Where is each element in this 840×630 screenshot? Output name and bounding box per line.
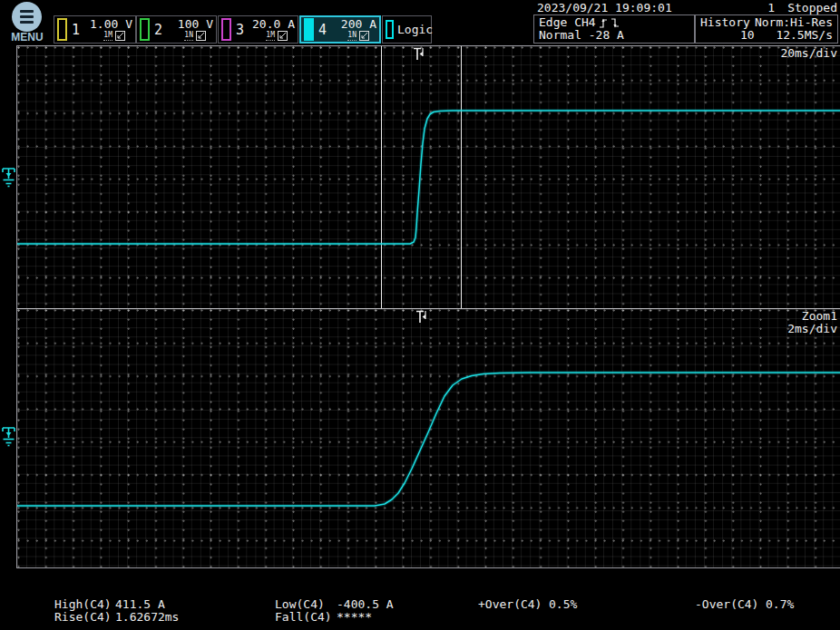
probe-icon	[278, 31, 288, 41]
logic-box[interactable]: Logic	[382, 15, 432, 44]
channel-4-coupling: 1N	[347, 31, 357, 41]
channel-4-number: 4	[318, 22, 327, 38]
trigger-settings-box[interactable]: Edge CH4 Normal -28 A	[533, 15, 695, 44]
channel-3-box[interactable]: 3 20.0 A 1M	[218, 15, 298, 44]
measurement-label: Fall(C4)	[275, 610, 332, 624]
main-timebase-label: 20ms/div	[780, 47, 837, 60]
measurement-label: High(C4)	[54, 597, 112, 611]
channel-1-coupling: 1M	[103, 31, 112, 41]
run-state: Stopped	[787, 2, 837, 15]
zoom-waveform-window: Zoom1 2ms/div	[16, 308, 840, 568]
measurement-label: +Over(C4)	[478, 597, 542, 611]
measurement-label: Rise(C4)	[54, 610, 112, 624]
measurement-label: -Over(C4)	[695, 597, 758, 611]
trigger-position-icon[interactable]	[413, 47, 425, 63]
channel-2-scale: 100 V	[178, 18, 213, 30]
acquisition-mode: Norm:Hi-Res	[755, 16, 833, 29]
measurement-value: *****	[337, 610, 372, 624]
menu-button[interactable]	[12, 2, 42, 32]
channel-4-scale: 200 A	[341, 18, 376, 30]
zoom-timebase-label: 2ms/div	[787, 323, 837, 335]
trigger-position-icon[interactable]	[415, 310, 428, 326]
ch4-ground-marker-icon[interactable]	[1, 425, 16, 452]
oscilloscope-screen: MENU 1 1.00 V 1M 2 100 V 1N	[0, 0, 840, 630]
channel-1-box[interactable]: 1 1.00 V 1M	[54, 15, 136, 44]
trigger-mode-source: Edge CH4	[539, 16, 596, 29]
measurement-value: 0.5%	[549, 597, 577, 611]
datetime: 2023/09/21 19:09:01	[537, 2, 672, 15]
probe-icon	[196, 31, 206, 41]
measurement-value: 1.62672ms	[115, 610, 179, 624]
acquisition-count: 1	[755, 2, 775, 15]
history-acquisition-box[interactable]: History Norm:Hi-Res 10 12.5MS/s	[695, 15, 838, 44]
channel-3-color-bar	[221, 18, 231, 41]
main-waveform-trace	[17, 46, 840, 308]
channel-1-number: 1	[72, 22, 80, 38]
measurement-value: 411.5 A	[115, 597, 165, 611]
channel-2-coupling: 1N	[184, 31, 193, 41]
edge-trigger-icon	[600, 17, 621, 29]
zoom-window-label: Zoom1	[802, 310, 837, 323]
menu-button-label: MENU	[4, 31, 51, 44]
channel-4-box[interactable]: 4 200 A 1N	[299, 15, 381, 44]
probe-icon	[115, 31, 125, 41]
channel-3-number: 3	[236, 22, 244, 38]
sample-rate: 12.5MS/s	[776, 29, 833, 42]
ch4-ground-marker-icon[interactable]	[1, 166, 16, 193]
history-label: History	[700, 16, 750, 29]
channel-1-color-bar	[57, 18, 67, 41]
zoom-waveform-trace	[17, 309, 840, 568]
history-count: 10	[740, 29, 755, 42]
logic-label: Logic	[397, 24, 433, 35]
logic-color-bar	[386, 20, 394, 39]
main-waveform-window: 20ms/div	[16, 45, 840, 308]
channel-3-coupling: 1M	[266, 31, 275, 41]
channel-2-box[interactable]: 2 100 V 1N	[136, 15, 217, 44]
channel-3-scale: 20.0 A	[252, 18, 295, 30]
measurement-value: -400.5 A	[337, 597, 394, 611]
probe-icon	[359, 31, 369, 41]
trigger-condition: Normal -28 A	[539, 29, 624, 42]
channel-2-color-bar	[140, 18, 150, 41]
channel-1-scale: 1.00 V	[90, 18, 132, 30]
channel-4-color-bar	[304, 18, 314, 41]
channel-2-number: 2	[154, 22, 162, 38]
measurement-value: 0.7%	[766, 597, 794, 611]
measurement-label: Low(C4)	[275, 597, 325, 611]
